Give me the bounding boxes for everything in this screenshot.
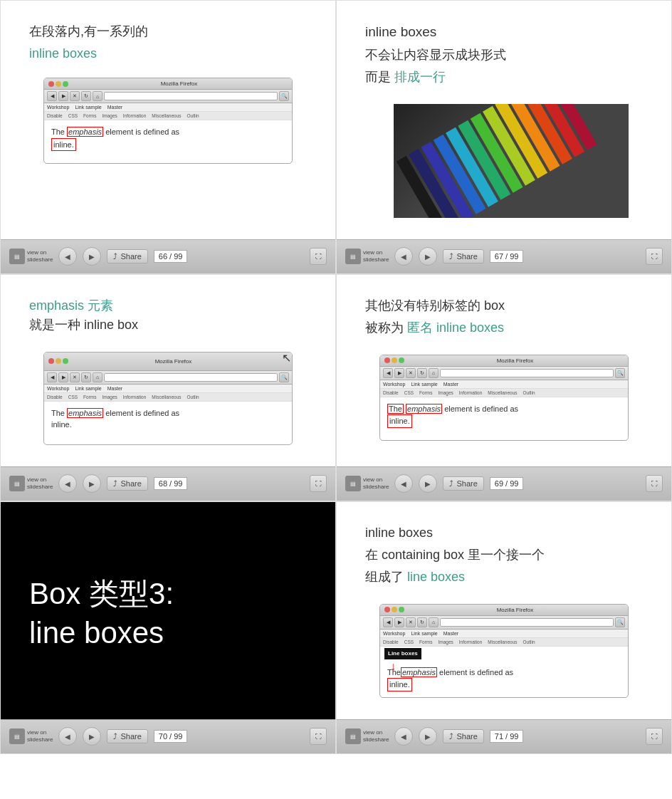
prev-btn-66[interactable]: ◀ bbox=[58, 247, 77, 266]
inline-box-69: inline. bbox=[387, 414, 412, 428]
share-btn-66[interactable]: ⤴ Share bbox=[107, 249, 147, 263]
ss-logo-icon-67: ▤ bbox=[345, 249, 361, 264]
home-btn-68[interactable]: ⌂ bbox=[93, 372, 103, 382]
browser-titlebar-69: Mozilla Firefox bbox=[380, 355, 628, 367]
cell-71-line3: 组成了 line boxes bbox=[365, 568, 643, 587]
address-bar-71[interactable] bbox=[440, 618, 614, 627]
home-btn-66[interactable]: ⌂ bbox=[93, 91, 103, 101]
fwd-btn-69[interactable]: ▶ bbox=[394, 368, 404, 378]
back-btn-69[interactable]: ◀ bbox=[383, 368, 393, 378]
fullscreen-btn-70[interactable]: ⛶ bbox=[310, 728, 327, 745]
fwd-btn-66[interactable]: ▶ bbox=[58, 91, 68, 101]
inline-box-71: inline. bbox=[387, 678, 412, 691]
dot-red-69 bbox=[384, 357, 390, 363]
prev-btn-68[interactable]: ◀ bbox=[58, 474, 77, 493]
next-btn-71[interactable]: ▶ bbox=[419, 727, 437, 746]
address-bar-66[interactable] bbox=[104, 92, 278, 100]
content-line2-66: inline. bbox=[51, 138, 285, 152]
cell-69-teal: 匿名 inline boxes bbox=[407, 320, 504, 335]
home-btn-71[interactable]: ⌂ bbox=[429, 617, 439, 627]
cell-68-text: emphasis 元素 就是一种 inline box bbox=[29, 296, 307, 338]
next-btn-68[interactable]: ▶ bbox=[83, 474, 101, 493]
share-btn-67[interactable]: ⤴ Share bbox=[443, 249, 483, 263]
share-btn-68[interactable]: ⤴ Share bbox=[107, 476, 147, 491]
fullscreen-btn-67[interactable]: ⛶ bbox=[646, 248, 663, 265]
share-icon-71: ⤴ bbox=[449, 732, 453, 741]
cell-67-line3: 而是 排成一行 bbox=[365, 68, 643, 87]
ss-logo-text-67: view on slideshare bbox=[363, 249, 389, 263]
search-btn-68[interactable]: 🔍 bbox=[279, 372, 289, 382]
ss-logo-text-66: view on slideshare bbox=[27, 249, 53, 263]
emphasis-box-66: emphasis bbox=[67, 127, 103, 137]
home-btn-69[interactable]: ⌂ bbox=[429, 368, 439, 378]
cell-69-line2: 被称为 匿名 inline boxes bbox=[365, 318, 643, 338]
back-btn-68[interactable]: ◀ bbox=[47, 372, 57, 382]
next-btn-66[interactable]: ▶ bbox=[83, 247, 101, 266]
menu-workshop-66[interactable]: Workshop bbox=[47, 105, 69, 110]
refresh-btn-68[interactable]: ↻ bbox=[81, 372, 91, 382]
cell-68-teal: emphasis 元素 bbox=[29, 296, 307, 315]
browser-69: Mozilla Firefox ◀ ▶ ✕ ↻ ⌂ 🔍 Workshop Lin… bbox=[365, 348, 643, 448]
refresh-btn-71[interactable]: ↻ bbox=[417, 617, 427, 627]
fwd-btn-71[interactable]: ▶ bbox=[394, 617, 404, 627]
back-btn-66[interactable]: ◀ bbox=[47, 91, 57, 101]
share-icon-66: ⤴ bbox=[113, 252, 117, 261]
slideshare-bar-70: ▤ view on slideshare ◀ ▶ ⤴ Share 70 / 99… bbox=[1, 719, 335, 753]
back-btn-71[interactable]: ◀ bbox=[383, 617, 393, 627]
fullscreen-btn-68[interactable]: ⛶ bbox=[310, 475, 327, 492]
search-btn-71[interactable]: 🔍 bbox=[615, 617, 625, 627]
pencils-svg bbox=[394, 104, 629, 218]
search-btn-66[interactable]: 🔍 bbox=[279, 91, 289, 101]
fullscreen-btn-69[interactable]: ⛶ bbox=[646, 475, 663, 492]
browser-menu-66: Workshop Link sample Master bbox=[44, 103, 292, 112]
address-bar-68[interactable] bbox=[104, 373, 278, 382]
cell-68: emphasis 元素 就是一种 inline box Mozilla Fire… bbox=[0, 274, 336, 501]
share-btn-70[interactable]: ⤴ Share bbox=[107, 729, 147, 743]
fullscreen-btn-71[interactable]: ⛶ bbox=[646, 728, 663, 745]
cell-71-content: inline boxes 在 containing box 里一个接一个 组成了… bbox=[337, 502, 671, 719]
prev-btn-71[interactable]: ◀ bbox=[394, 727, 413, 746]
address-bar-69[interactable] bbox=[440, 369, 614, 377]
cell-71-line1: inline boxes bbox=[365, 523, 643, 543]
ss-logo-icon-70: ▤ bbox=[9, 728, 25, 744]
stop-btn-71[interactable]: ✕ bbox=[406, 617, 416, 627]
browser-content-71: Line boxes ↓ Theemphasis element is defi… bbox=[380, 647, 628, 697]
stop-btn-69[interactable]: ✕ bbox=[406, 368, 416, 378]
share-label-66: Share bbox=[120, 252, 141, 261]
refresh-btn-66[interactable]: ↻ bbox=[81, 91, 91, 101]
page-num-66: 66 / 99 bbox=[154, 250, 188, 263]
cell-68-line1: 就是一种 inline box bbox=[29, 315, 307, 335]
menu-linksample-66[interactable]: Link sample bbox=[75, 105, 101, 110]
stop-btn-68[interactable]: ✕ bbox=[70, 372, 80, 382]
prev-btn-70[interactable]: ◀ bbox=[58, 727, 77, 746]
cell-71-teal: line boxes bbox=[407, 570, 465, 584]
cell-69-line1: 其他没有特别标签的 box bbox=[365, 296, 643, 315]
next-btn-69[interactable]: ▶ bbox=[419, 474, 437, 493]
prev-btn-67[interactable]: ◀ bbox=[394, 247, 413, 266]
content-line2-68: inline. bbox=[51, 419, 285, 431]
stop-btn-66[interactable]: ✕ bbox=[70, 91, 80, 101]
next-btn-70[interactable]: ▶ bbox=[83, 727, 101, 746]
ss-logo-67: ▤ view on slideshare bbox=[345, 249, 389, 264]
ss-logo-70: ▤ view on slideshare bbox=[9, 728, 53, 744]
browser-toolbar-69: ◀ ▶ ✕ ↻ ⌂ 🔍 bbox=[380, 367, 628, 380]
ss-logo-icon-71: ▤ bbox=[345, 728, 361, 744]
devtools-71: Disable CSS Forms Images Information Mis… bbox=[380, 638, 628, 647]
share-btn-69[interactable]: ⤴ Share bbox=[443, 476, 483, 491]
content-line2-69: inline. bbox=[387, 414, 621, 428]
ss-logo-icon-68: ▤ bbox=[9, 476, 25, 491]
emphasis-box-69: emphasis bbox=[406, 404, 442, 414]
browser-titlebar-71: Mozilla Firefox bbox=[380, 605, 628, 616]
refresh-btn-69[interactable]: ↻ bbox=[417, 368, 427, 378]
cell-66-text: 在段落内,有一系列的 inline boxes bbox=[29, 22, 307, 63]
fwd-btn-68[interactable]: ▶ bbox=[58, 372, 68, 382]
menu-master-66[interactable]: Master bbox=[107, 105, 122, 110]
share-btn-71[interactable]: ⤴ Share bbox=[443, 729, 483, 743]
ss-logo-icon-69: ▤ bbox=[345, 476, 361, 491]
fullscreen-btn-66[interactable]: ⛶ bbox=[310, 248, 327, 265]
prev-btn-69[interactable]: ◀ bbox=[394, 474, 413, 493]
browser-menu-69: Workshop Link sample Master bbox=[380, 380, 628, 389]
dot-green-71 bbox=[399, 607, 404, 612]
next-btn-67[interactable]: ▶ bbox=[419, 247, 437, 266]
search-btn-69[interactable]: 🔍 bbox=[615, 368, 625, 378]
